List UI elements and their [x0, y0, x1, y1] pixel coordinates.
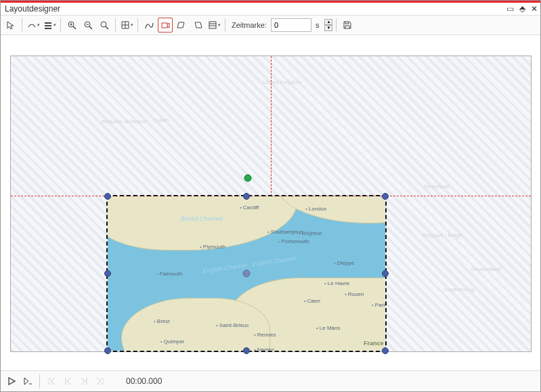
zeitmarke-unit: s: [316, 21, 320, 29]
city-label: Southampton: [267, 229, 303, 235]
bg-label: Nederland: [424, 183, 449, 190]
window-controls: ▭ ⬘ ✕: [506, 4, 538, 14]
svg-point-10: [101, 22, 106, 27]
titlebar: Layoutdesigner ▭ ⬘ ✕: [1, 1, 540, 15]
city-label: Brest: [154, 318, 169, 324]
bg-label: Belgique / België: [423, 232, 463, 238]
skew-left-tool[interactable]: [174, 18, 189, 32]
path-tool[interactable]: [142, 18, 156, 32]
city-label: London: [305, 206, 327, 212]
close-button[interactable]: ✕: [531, 4, 538, 14]
bg-label: Culath: [153, 117, 169, 123]
select-tool[interactable]: [3, 18, 18, 32]
separator: [115, 18, 116, 32]
playback-bar: 00:00.000: [1, 370, 540, 391]
separator: [137, 18, 138, 32]
minimize-button[interactable]: ▭: [506, 4, 514, 14]
svg-line-4: [73, 26, 76, 29]
toolbar: ▾ ▾ ▾ ▾ Zeitmarke: s ▲▼: [1, 15, 540, 35]
rewind-start-button[interactable]: [45, 374, 58, 388]
svg-rect-13: [209, 22, 216, 28]
canvas-area[interactable]: United Kingdom Republic of Ireland Culat…: [1, 35, 540, 370]
play-button[interactable]: [5, 374, 18, 388]
canvas-background: United Kingdom Republic of Ireland Culat…: [10, 56, 532, 352]
svg-rect-2: [45, 28, 51, 29]
zoom-fit-button[interactable]: [97, 18, 112, 32]
city-label: Plymouth: [200, 244, 225, 250]
resize-handle-ne[interactable]: [382, 193, 389, 200]
sea-label: Bristol Channel: [181, 215, 222, 222]
city-label: Saint-Brieuc: [216, 322, 248, 328]
separator: [60, 18, 61, 32]
resize-handle-w[interactable]: [104, 270, 111, 277]
next-frame-button[interactable]: [77, 374, 91, 388]
svg-rect-12: [162, 23, 167, 28]
zoom-out-button[interactable]: [81, 18, 95, 32]
playback-time: 00:00.000: [126, 376, 162, 386]
play-step-button[interactable]: [21, 374, 35, 388]
zeitmarke-spinner[interactable]: ▲▼: [324, 19, 332, 31]
svg-line-11: [106, 26, 108, 29]
save-button[interactable]: [340, 18, 355, 32]
city-label: Caen: [304, 298, 320, 304]
city-label: Paris: [372, 302, 385, 308]
city-label: Brighton: [299, 230, 322, 236]
city-label: Le Mans: [316, 325, 341, 331]
curve-tool[interactable]: ▾: [26, 18, 41, 32]
city-label: Falmouth: [156, 271, 182, 277]
bg-label: Luxembourg: [444, 286, 474, 292]
selected-element[interactable]: Bristol Channel English Channel · Englis…: [106, 195, 387, 352]
bg-label: Republic of Ireland: [102, 118, 147, 125]
city-label: Portsmouth: [278, 238, 309, 244]
separator: [225, 18, 225, 32]
forward-end-button[interactable]: [93, 374, 107, 388]
pin-button[interactable]: ⬘: [519, 4, 525, 14]
resize-handle-s[interactable]: [243, 347, 250, 354]
bg-label: United Kingdom: [263, 79, 301, 85]
align-tool[interactable]: ▾: [42, 18, 57, 32]
svg-rect-1: [45, 25, 51, 26]
resize-handle-sw[interactable]: [104, 347, 111, 354]
city-label: Nantes: [254, 347, 274, 351]
city-label: Dieppe: [334, 260, 354, 266]
resize-handle-n[interactable]: [243, 193, 250, 200]
pivot-handle[interactable]: [244, 175, 252, 182]
skew-right-tool[interactable]: [190, 18, 205, 32]
resize-handle-e[interactable]: [382, 270, 389, 277]
city-label: Cardiff: [240, 204, 259, 211]
resize-handle-se[interactable]: [382, 347, 389, 354]
separator: [39, 374, 40, 388]
svg-rect-0: [45, 22, 51, 24]
window-title: Layoutdesigner: [5, 4, 60, 14]
separator: [22, 18, 22, 32]
city-label: Rouen: [345, 291, 364, 297]
camera-tool[interactable]: [158, 18, 173, 32]
zeitmarke-input[interactable]: [271, 18, 311, 32]
zoom-in-button[interactable]: [64, 18, 79, 32]
bg-label: Deutschland: [471, 266, 501, 272]
center-handle[interactable]: [243, 270, 251, 278]
country-label: France: [364, 340, 384, 347]
resize-handle-nw[interactable]: [104, 193, 111, 200]
grid-tool[interactable]: ▾: [119, 18, 134, 32]
prev-frame-button[interactable]: [61, 374, 74, 388]
city-label: Le Havre: [324, 280, 349, 286]
properties-tool[interactable]: ▾: [207, 18, 221, 32]
city-label: Quimper: [160, 339, 185, 345]
svg-line-8: [89, 26, 92, 29]
separator: [336, 18, 337, 32]
city-label: Rennes: [254, 332, 276, 338]
zeitmarke-label: Zeitmarke:: [232, 21, 267, 29]
